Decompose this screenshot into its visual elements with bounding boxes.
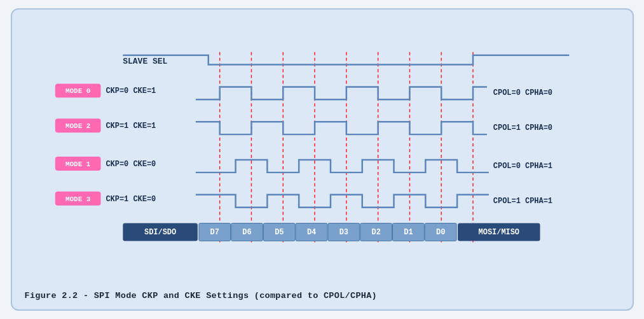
figure-container: SLAVE SEL MODE 0 CKP=0 CKE=1 CPOL=0 CPHA…: [11, 8, 634, 311]
diagram-svg-container: SLAVE SEL MODE 0 CKP=0 CKE=1 CPOL=0 CPHA…: [25, 21, 620, 286]
svg-text:CPOL=0  CPHA=0: CPOL=0 CPHA=0: [493, 89, 552, 97]
svg-text:D7: D7: [210, 228, 219, 237]
svg-text:MOSI/MISO: MOSI/MISO: [478, 228, 519, 237]
svg-text:D4: D4: [306, 228, 315, 237]
svg-text:D5: D5: [275, 228, 284, 237]
svg-text:CKP=0  CKE=0: CKP=0 CKE=0: [106, 160, 156, 169]
svg-text:CKP=1  CKE=1: CKP=1 CKE=1: [106, 122, 156, 131]
svg-text:MODE 1: MODE 1: [65, 160, 90, 168]
svg-text:SLAVE SEL: SLAVE SEL: [123, 57, 167, 66]
svg-text:D3: D3: [339, 228, 348, 237]
svg-text:MODE 2: MODE 2: [65, 122, 90, 130]
svg-text:CPOL=0  CPHA=1: CPOL=0 CPHA=1: [493, 162, 552, 171]
svg-text:CKP=1  CKE=0: CKP=1 CKE=0: [106, 195, 156, 204]
svg-text:SDI/SDO: SDI/SDO: [144, 228, 176, 237]
figure-caption: Figure 2.2 - SPI Mode CKP and CKE Settin…: [25, 291, 620, 301]
svg-text:D2: D2: [371, 228, 380, 237]
svg-text:D0: D0: [436, 228, 445, 237]
svg-text:CPOL=1  CPHA=1: CPOL=1 CPHA=1: [493, 197, 552, 206]
svg-text:CPOL=1  CPHA=0: CPOL=1 CPHA=0: [493, 124, 552, 132]
svg-text:MODE 0: MODE 0: [65, 87, 90, 95]
svg-text:CKP=0  CKE=1: CKP=0 CKE=1: [106, 87, 156, 96]
svg-text:D1: D1: [404, 228, 413, 237]
svg-text:MODE 3: MODE 3: [65, 195, 90, 203]
svg-text:D6: D6: [242, 228, 251, 237]
